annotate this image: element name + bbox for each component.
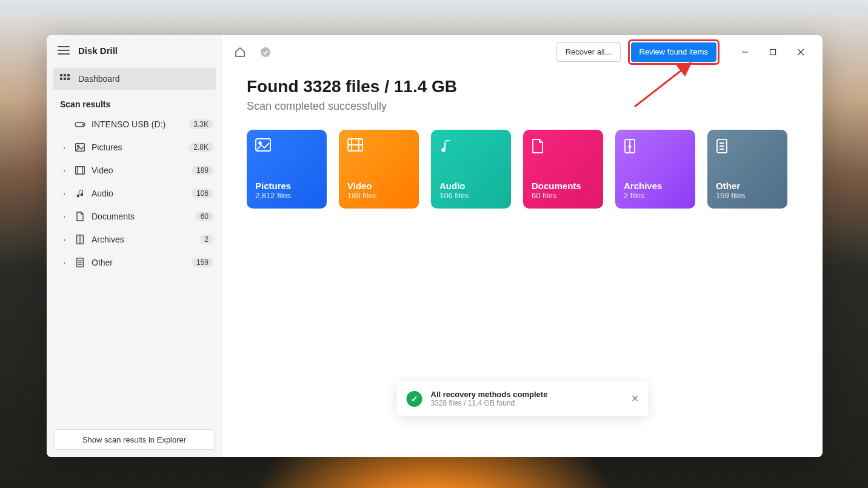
count-badge: 189 [192, 165, 213, 175]
toast-notification: ✓ All recovery methods complete 3328 fil… [397, 381, 649, 416]
archive-icon [75, 235, 85, 244]
sidebar-item-label: INTENSO USB (D:) [92, 119, 182, 129]
svg-point-25 [259, 142, 261, 144]
card-other[interactable]: Other 159 files [707, 130, 787, 209]
card-title: Archives [624, 181, 687, 191]
document-icon [532, 138, 595, 154]
card-pictures[interactable]: Pictures 2,812 files [247, 130, 327, 209]
svg-point-7 [82, 124, 84, 125]
card-sub: 189 files [347, 191, 410, 200]
music-icon [439, 138, 502, 154]
card-video[interactable]: Video 189 files [339, 130, 419, 209]
card-audio[interactable]: Audio 106 files [431, 130, 511, 209]
card-sub: 2,812 files [255, 191, 318, 200]
sidebar-item-label: Other [92, 258, 185, 267]
chevron-right-icon: › [60, 236, 68, 243]
sidebar-item-dashboard[interactable]: Dashboard [53, 68, 216, 90]
window-minimize[interactable] [732, 43, 758, 61]
sidebar-item-pictures[interactable]: › Pictures 2.8K [47, 136, 222, 159]
review-found-items-button[interactable]: Review found items [631, 42, 716, 62]
check-circle-icon[interactable] [256, 43, 275, 61]
card-title: Audio [439, 181, 502, 191]
sidebar-item-drive[interactable]: INTENSO USB (D:) 3.3K [47, 113, 222, 136]
file-icon [75, 258, 85, 267]
app-window: Disk Drill Dashboard Scan results INTENS… [47, 35, 823, 457]
svg-point-9 [78, 145, 79, 147]
sidebar-item-label: Video [92, 165, 185, 175]
svg-rect-10 [76, 167, 85, 175]
subheadline: Scan completed successfully [247, 100, 798, 113]
toast-sub: 3328 files / 11.4 GB found [431, 399, 623, 407]
main-panel: Recover all... Review found items Found … [222, 35, 823, 457]
image-icon [255, 138, 318, 152]
sidebar-item-audio[interactable]: › Audio 106 [47, 182, 222, 205]
chevron-right-icon: › [60, 259, 68, 266]
music-icon [75, 189, 85, 198]
video-icon [347, 138, 410, 152]
sidebar-item-label: Audio [92, 189, 185, 198]
card-documents[interactable]: Documents 60 files [523, 130, 603, 209]
svg-rect-4 [64, 78, 66, 80]
sidebar: Disk Drill Dashboard Scan results INTENS… [47, 35, 222, 457]
category-cards: Pictures 2,812 files Video 189 files Aud… [247, 130, 798, 209]
recover-all-button[interactable]: Recover all... [556, 42, 621, 62]
app-title: Disk Drill [78, 45, 118, 56]
svg-rect-1 [64, 74, 66, 76]
card-title: Documents [532, 181, 595, 191]
document-icon [75, 212, 85, 221]
menu-icon[interactable] [58, 46, 70, 55]
close-icon[interactable]: ✕ [631, 393, 639, 404]
grid-icon [60, 74, 70, 84]
sidebar-item-label: Archives [92, 235, 193, 244]
headline: Found 3328 files / 11.4 GB [247, 77, 798, 96]
sidebar-item-label: Documents [92, 212, 190, 221]
sidebar-item-other[interactable]: › Other 159 [47, 251, 222, 274]
file-icon [716, 138, 779, 154]
sidebar-section-label: Scan results [47, 92, 222, 113]
drive-icon [75, 121, 85, 128]
window-close[interactable] [787, 43, 814, 61]
count-badge: 106 [192, 189, 213, 198]
card-title: Other [716, 181, 779, 191]
card-title: Pictures [255, 181, 318, 191]
svg-rect-5 [67, 78, 70, 80]
svg-point-19 [261, 47, 270, 57]
window-maximize[interactable] [760, 43, 786, 61]
card-sub: 159 files [716, 191, 779, 200]
sidebar-item-archives[interactable]: › Archives 2 [47, 228, 222, 251]
image-icon [75, 143, 85, 152]
chevron-right-icon: › [60, 167, 68, 174]
show-in-explorer-button[interactable]: Show scan results in Explorer [54, 429, 215, 450]
count-badge: 2.8K [189, 142, 213, 152]
chevron-right-icon: › [60, 190, 68, 197]
count-badge: 159 [192, 258, 213, 267]
svg-rect-21 [770, 49, 776, 55]
sidebar-item-label: Pictures [92, 142, 182, 152]
count-badge: 60 [196, 212, 213, 221]
sidebar-item-video[interactable]: › Video 189 [47, 159, 222, 182]
annotation-highlight: Review found items [628, 39, 719, 65]
home-icon[interactable] [231, 43, 249, 61]
card-archives[interactable]: Archives 2 files [615, 130, 695, 209]
sidebar-item-label: Dashboard [78, 74, 120, 84]
archive-icon [624, 138, 687, 154]
chevron-right-icon: › [60, 144, 68, 151]
card-title: Video [347, 181, 410, 191]
svg-rect-2 [67, 74, 70, 76]
toast-title: All recovery methods complete [431, 390, 623, 399]
chevron-right-icon: › [60, 213, 68, 220]
card-sub: 60 files [532, 191, 595, 200]
success-icon: ✓ [407, 391, 422, 407]
svg-rect-0 [60, 74, 62, 76]
count-badge: 3.3K [189, 119, 213, 129]
card-sub: 106 files [439, 191, 502, 200]
count-badge: 2 [199, 235, 213, 244]
svg-rect-3 [60, 78, 62, 80]
sidebar-item-documents[interactable]: › Documents 60 [47, 205, 222, 228]
topbar: Recover all... Review found items [222, 35, 823, 69]
video-icon [75, 166, 85, 175]
svg-point-32 [629, 146, 631, 148]
card-sub: 2 files [624, 191, 687, 200]
